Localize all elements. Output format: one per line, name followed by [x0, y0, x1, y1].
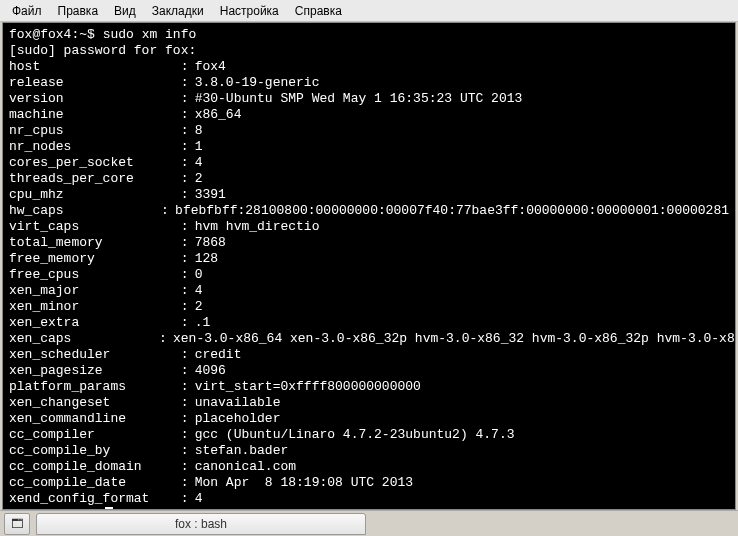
info-sep: :	[181, 299, 195, 315]
info-value: 1	[195, 139, 203, 155]
info-sep: :	[181, 267, 195, 283]
info-value: 3391	[195, 187, 226, 203]
info-value: .1	[195, 315, 211, 331]
info-key: threads_per_core	[9, 171, 181, 187]
info-sep: :	[181, 475, 195, 491]
show-desktop-button[interactable]: 🗔	[4, 513, 30, 535]
info-sep: :	[181, 315, 195, 331]
info-row: cores_per_socket : 4	[9, 155, 729, 171]
info-sep: :	[181, 363, 195, 379]
info-row: xen_minor : 2	[9, 299, 729, 315]
info-sep: :	[181, 155, 195, 171]
info-key: cpu_mhz	[9, 187, 181, 203]
info-key: virt_caps	[9, 219, 181, 235]
info-value: unavailable	[195, 395, 281, 411]
info-key: free_memory	[9, 251, 181, 267]
info-row: xen_caps : xen-3.0-x86_64 xen-3.0-x86_32…	[9, 331, 729, 347]
info-key: xen_commandline	[9, 411, 181, 427]
info-sep: :	[181, 443, 195, 459]
info-sep: :	[161, 203, 175, 219]
info-key: free_cpus	[9, 267, 181, 283]
info-row: virt_caps : hvm hvm_directio	[9, 219, 729, 235]
info-value: 7868	[195, 235, 226, 251]
info-key: nr_nodes	[9, 139, 181, 155]
info-key: cc_compiler	[9, 427, 181, 443]
shell-prompt: fox@fox4:~$	[9, 27, 103, 43]
info-value: 3.8.0-19-generic	[195, 75, 320, 91]
info-sep: :	[181, 107, 195, 123]
info-value: stefan.bader	[195, 443, 289, 459]
taskbar-task-terminal[interactable]: fox : bash	[36, 513, 366, 535]
taskbar: 🗔 fox : bash	[0, 510, 738, 536]
info-sep: :	[181, 411, 195, 427]
info-key: host	[9, 59, 181, 75]
info-row: cpu_mhz : 3391	[9, 187, 729, 203]
info-value: gcc (Ubuntu/Linaro 4.7.2-23ubuntu2) 4.7.…	[195, 427, 515, 443]
info-sep: :	[159, 331, 173, 347]
info-key: xen_minor	[9, 299, 181, 315]
window-icon: 🗔	[11, 517, 23, 531]
info-row: total_memory : 7868	[9, 235, 729, 251]
info-value: placeholder	[195, 411, 281, 427]
info-value: canonical.com	[195, 459, 296, 475]
info-row: xen_extra : .1	[9, 315, 729, 331]
info-value: fox4	[195, 59, 226, 75]
info-sep: :	[181, 91, 195, 107]
info-row: xen_changeset : unavailable	[9, 395, 729, 411]
info-row: platform_params : virt_start=0xffff80000…	[9, 379, 729, 395]
menu-settings[interactable]: Настройка	[212, 2, 287, 20]
command-text: sudo xm info	[103, 27, 197, 43]
info-value: 4	[195, 491, 203, 507]
info-sep: :	[181, 139, 195, 155]
info-value: 128	[195, 251, 218, 267]
info-key: xen_extra	[9, 315, 181, 331]
info-value: 8	[195, 123, 203, 139]
info-row: threads_per_core : 2	[9, 171, 729, 187]
info-row: cc_compile_date : Mon Apr 8 18:19:08 UTC…	[9, 475, 729, 491]
info-sep: :	[181, 219, 195, 235]
info-key: hw_caps	[9, 203, 161, 219]
info-value: Mon Apr 8 18:19:08 UTC 2013	[195, 475, 413, 491]
task-label: fox : bash	[175, 517, 227, 531]
menu-help[interactable]: Справка	[287, 2, 350, 20]
info-value: virt_start=0xffff800000000000	[195, 379, 421, 395]
info-key: release	[9, 75, 181, 91]
info-sep: :	[181, 379, 195, 395]
info-value: hvm hvm_directio	[195, 219, 320, 235]
info-key: cc_compile_domain	[9, 459, 181, 475]
info-sep: :	[181, 171, 195, 187]
info-key: version	[9, 91, 181, 107]
info-row: nr_nodes : 1	[9, 139, 729, 155]
menu-file[interactable]: Файл	[4, 2, 50, 20]
sudo-password-line: [sudo] password for fox:	[9, 43, 729, 59]
info-row: cc_compile_by : stefan.bader	[9, 443, 729, 459]
info-row: hw_caps : bfebfbff:28100800:00000000:000…	[9, 203, 729, 219]
menu-view[interactable]: Вид	[106, 2, 144, 20]
info-value: xen-3.0-x86_64 xen-3.0-x86_32p hvm-3.0-x…	[173, 331, 736, 347]
terminal[interactable]: fox@fox4:~$ sudo xm info[sudo] password …	[2, 22, 736, 510]
info-value: bfebfbff:28100800:00000000:00007f40:77ba…	[175, 203, 729, 219]
info-value: x86_64	[195, 107, 242, 123]
info-key: xen_changeset	[9, 395, 181, 411]
menu-bookmarks[interactable]: Закладки	[144, 2, 212, 20]
info-value: credit	[195, 347, 242, 363]
info-value: #30-Ubuntu SMP Wed May 1 16:35:23 UTC 20…	[195, 91, 523, 107]
info-key: xen_major	[9, 283, 181, 299]
info-sep: :	[181, 235, 195, 251]
info-row: xend_config_format : 4	[9, 491, 729, 507]
info-row: xen_scheduler : credit	[9, 347, 729, 363]
info-value: 2	[195, 299, 203, 315]
info-row: free_cpus : 0	[9, 267, 729, 283]
info-key: xen_pagesize	[9, 363, 181, 379]
info-row: version : #30-Ubuntu SMP Wed May 1 16:35…	[9, 91, 729, 107]
menu-edit[interactable]: Правка	[50, 2, 107, 20]
info-value: 4	[195, 283, 203, 299]
info-row: cc_compiler : gcc (Ubuntu/Linaro 4.7.2-2…	[9, 427, 729, 443]
info-key: cores_per_socket	[9, 155, 181, 171]
info-key: platform_params	[9, 379, 181, 395]
info-key: xen_scheduler	[9, 347, 181, 363]
info-sep: :	[181, 187, 195, 203]
info-row: free_memory : 128	[9, 251, 729, 267]
info-key: total_memory	[9, 235, 181, 251]
info-row: xen_commandline : placeholder	[9, 411, 729, 427]
